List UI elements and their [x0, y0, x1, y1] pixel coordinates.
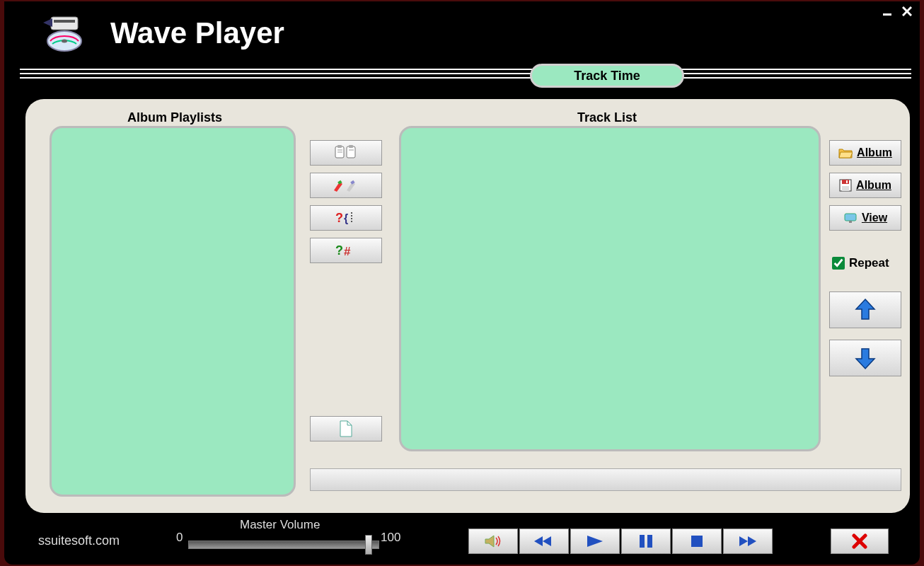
svg-rect-32: [691, 536, 703, 547]
svg-text:#: #: [344, 245, 351, 258]
close-x-icon: [852, 533, 867, 549]
svg-text:?: ?: [335, 243, 343, 258]
fast-forward-icon: [737, 534, 759, 548]
view-label: View: [862, 212, 887, 224]
exit-button[interactable]: [831, 529, 889, 554]
new-file-button[interactable]: [310, 416, 382, 441]
svg-text:{: {: [344, 212, 348, 224]
arrow-up-icon: [855, 298, 876, 322]
album-playlists-label: Album Playlists: [127, 110, 222, 125]
svg-rect-26: [842, 186, 849, 191]
volume-min-label: 0: [176, 531, 183, 545]
play-button[interactable]: [570, 529, 620, 554]
speaker-button[interactable]: [468, 529, 518, 554]
pause-button[interactable]: [621, 529, 671, 554]
app-window: Wave Player Track Time Album Playlists T…: [4, 1, 920, 565]
question-brace-icon: ?{: [334, 210, 358, 226]
track-list-label: Track List: [577, 110, 637, 125]
svg-rect-10: [349, 145, 353, 148]
svg-rect-6: [54, 20, 75, 23]
rewind-button[interactable]: [519, 529, 569, 554]
open-album-label: Album: [857, 146, 892, 159]
track-time-badge: Track Time: [530, 64, 684, 88]
query-playlist-button[interactable]: ?{: [310, 205, 382, 231]
save-album-button[interactable]: Album: [829, 173, 901, 198]
svg-rect-19: [351, 215, 352, 216]
volume-slider-thumb[interactable]: [365, 535, 372, 555]
query-hash-button[interactable]: ?#: [310, 238, 382, 263]
new-page-icon: [339, 420, 353, 437]
svg-rect-8: [337, 145, 342, 148]
main-panel: Album Playlists Track List ?{: [25, 99, 910, 513]
move-down-button[interactable]: [829, 340, 901, 376]
svg-point-4: [62, 39, 67, 42]
svg-rect-21: [351, 221, 352, 222]
folder-open-icon: [838, 147, 853, 158]
app-logo-icon: [40, 14, 89, 53]
open-album-button[interactable]: Album: [829, 140, 901, 166]
svg-text:?: ?: [335, 211, 343, 225]
master-volume-label: Master Volume: [240, 518, 320, 532]
pause-icon: [637, 533, 654, 549]
app-header: Wave Player: [4, 8, 920, 58]
save-album-label: Album: [856, 179, 891, 192]
edit-playlist-button[interactable]: [310, 173, 382, 198]
question-hash-icon: ?#: [335, 243, 357, 258]
pencil-tools-icon: [333, 178, 359, 193]
track-move-column: [829, 291, 901, 376]
footer-link[interactable]: ssuitesoft.com: [38, 533, 120, 548]
stop-icon: [689, 533, 705, 549]
repeat-checkbox[interactable]: [832, 257, 845, 270]
header-divider: [20, 69, 911, 81]
forward-button[interactable]: [723, 529, 773, 554]
album-tools-column: Album Album View: [829, 140, 901, 231]
svg-rect-27: [846, 180, 848, 183]
transport-controls: [468, 529, 773, 554]
svg-rect-20: [351, 218, 352, 219]
speaker-icon: [484, 533, 502, 549]
clipboard-icon: [334, 145, 358, 161]
copy-playlist-button[interactable]: [310, 140, 382, 166]
track-time-label: Track Time: [574, 69, 640, 83]
repeat-label: Repeat: [849, 256, 889, 270]
stop-button[interactable]: [672, 529, 722, 554]
app-title: Wave Player: [110, 16, 284, 50]
move-up-button[interactable]: [829, 291, 901, 328]
repeat-checkbox-wrap[interactable]: Repeat: [832, 256, 889, 270]
view-button[interactable]: View: [829, 205, 901, 231]
svg-rect-18: [351, 212, 352, 214]
album-playlists-listbox[interactable]: [50, 126, 296, 497]
status-bar: [310, 468, 901, 491]
svg-rect-29: [849, 221, 852, 223]
rewind-icon: [533, 534, 555, 548]
footer: ssuitesoft.com Master Volume 0 100: [25, 518, 910, 560]
volume-slider-track[interactable]: [188, 541, 379, 549]
arrow-down-icon: [855, 346, 876, 370]
svg-rect-5: [51, 17, 78, 30]
svg-rect-28: [845, 214, 856, 221]
svg-rect-9: [347, 146, 355, 158]
playlist-tools-column: ?{ ?#: [310, 140, 383, 263]
play-icon: [584, 533, 606, 549]
svg-rect-30: [640, 535, 645, 548]
svg-rect-31: [647, 535, 652, 548]
volume-max-label: 100: [381, 531, 400, 545]
floppy-save-icon: [839, 179, 852, 192]
track-listbox[interactable]: [399, 126, 821, 451]
svg-rect-25: [842, 180, 849, 184]
monitor-icon: [843, 212, 857, 224]
